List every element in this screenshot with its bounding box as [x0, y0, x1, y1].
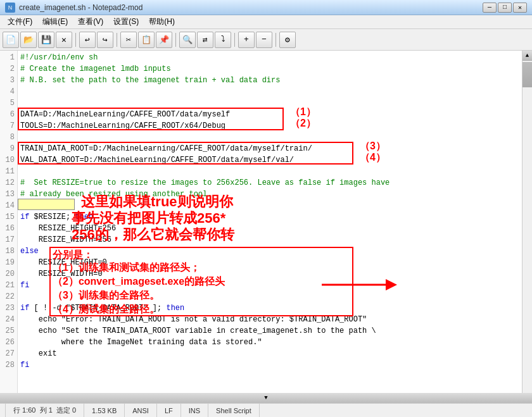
menu-file[interactable]: 文件(F): [3, 15, 37, 28]
code-line-20: RESIZE_WIDTH=0: [20, 268, 519, 280]
sep2: [117, 33, 117, 47]
menu-settings[interactable]: 设置(S): [108, 15, 144, 28]
undo-button[interactable]: ↩: [79, 32, 96, 48]
minimize-button[interactable]: —: [483, 3, 497, 13]
line-num-5: 5: [3, 97, 15, 109]
code-line-7: TOOLS=D:/MachineLearning/CAFFE_ROOT/x64/…: [20, 120, 519, 132]
line-num-16: 16: [3, 223, 15, 234]
code-line-1: #!/usr/bin/env sh: [20, 52, 519, 63]
title-bar: N create_imagenet.sh - Notepad2-mod — □ …: [0, 0, 532, 15]
line-numbers: 1 2 3 4 5 6 7 8 9 10 11 12 13 14 15 16 1…: [0, 51, 18, 403]
close-file-button[interactable]: ✕: [56, 32, 72, 48]
line-num-28: 28: [3, 359, 15, 371]
status-bar: 行 1:60 列 1 选定 0 1.53 KB ANSI LF INS Shel…: [0, 403, 532, 417]
status-file-type: Shell Script: [208, 404, 260, 417]
maximize-button[interactable]: □: [498, 3, 512, 13]
scroll-down-button[interactable]: ▼: [0, 393, 532, 403]
code-line-15: if $RESIZE; then: [20, 211, 519, 223]
code-line-28: fi: [20, 359, 519, 371]
line-num-13: 13: [3, 189, 15, 200]
line-num-7: 7: [3, 120, 15, 132]
code-line-14: RESIZE=false: [20, 200, 519, 211]
menu-view[interactable]: 查看(V): [73, 15, 108, 28]
toolbar: 📄 📂 💾 ✕ ↩ ↪ ✂ 📋 📌 🔍 ⇄ ⤵ + − ⚙: [0, 29, 532, 51]
sep5: [276, 33, 276, 47]
line-num-8: 8: [3, 132, 15, 143]
menu-help[interactable]: 帮助(H): [144, 15, 180, 28]
copy-button[interactable]: 📋: [138, 32, 155, 48]
code-editor[interactable]: #!/usr/bin/env sh # Create the imagenet …: [18, 51, 522, 403]
code-line-13: # already been resized using another too…: [20, 189, 519, 200]
code-line-12: # Set RESIZE=true to resize the images t…: [20, 177, 519, 189]
status-position: 行 1:60 列 1 选定 0: [5, 404, 84, 417]
line-num-14: 14: [3, 200, 15, 211]
line-num-2: 2: [3, 63, 15, 75]
code-line-19: RESIZE_HEIGHT=0: [20, 257, 519, 268]
line-num-23: 23: [3, 302, 15, 314]
line-num-22: 22: [3, 291, 15, 302]
line-num-4: 4: [3, 86, 15, 97]
editor-container: 1 2 3 4 5 6 7 8 9 10 11 12 13 14 15 16 1…: [0, 51, 532, 403]
sep1: [75, 33, 76, 47]
code-line-10: VAL_DATA_ROOT=D:/MachineLearning/CAFFE_R…: [20, 154, 519, 166]
code-line-25: echo "Set the TRAIN_DATA_ROOT variable i…: [20, 325, 519, 337]
zoom-out-button[interactable]: −: [256, 32, 272, 48]
code-line-24: echo "Error: TRAIN_DATA_ROOT is not a va…: [20, 314, 519, 325]
window-controls: — □ ✕: [483, 3, 527, 13]
code-line-27: exit: [20, 348, 519, 359]
menu-edit[interactable]: 编辑(E): [37, 15, 73, 28]
replace-button[interactable]: ⇄: [197, 32, 213, 48]
code-line-21: fi: [20, 280, 519, 291]
code-line-2: # Create the imagenet lmdb inputs: [20, 63, 519, 75]
new-button[interactable]: 📄: [3, 32, 19, 48]
line-num-20: 20: [3, 268, 15, 280]
line-num-3: 3: [3, 75, 15, 86]
close-button[interactable]: ✕: [513, 3, 527, 13]
scroll-up-button[interactable]: ▲: [522, 51, 532, 61]
line-num-26: 26: [3, 337, 15, 348]
line-num-1: 1: [3, 52, 15, 63]
code-line-16: RESIZE_HEIGHT=256: [20, 223, 519, 234]
code-line-8: [20, 132, 519, 143]
line-num-6: 6: [3, 109, 15, 120]
title-text: create_imagenet.sh - Notepad2-mod: [19, 3, 142, 12]
line-num-11: 11: [3, 166, 15, 177]
code-line-11: [20, 166, 519, 177]
menu-bar: 文件(F) 编辑(E) 查看(V) 设置(S) 帮助(H): [0, 15, 532, 29]
zoom-in-button[interactable]: +: [238, 32, 255, 48]
code-line-18: else: [20, 246, 519, 257]
code-line-4: [20, 86, 519, 97]
code-line-26: where the ImageNet training data is stor…: [20, 337, 519, 348]
find-button[interactable]: 🔍: [179, 32, 196, 48]
status-size: 1.53 KB: [84, 404, 125, 417]
line-num-21: 21: [3, 280, 15, 291]
line-num-18: 18: [3, 246, 15, 257]
redo-button[interactable]: ↪: [97, 32, 113, 48]
line-num-17: 17: [3, 234, 15, 246]
line-num-15: 15: [3, 211, 15, 223]
vertical-scrollbar[interactable]: ▲ ▼: [522, 51, 532, 403]
scroll-thumb[interactable]: [522, 62, 532, 87]
goto-button[interactable]: ⤵: [215, 32, 231, 48]
code-line-22: [20, 291, 519, 302]
line-num-10: 10: [3, 154, 15, 166]
line-num-19: 19: [3, 257, 15, 268]
status-mode: INS: [181, 404, 208, 417]
line-num-27: 27: [3, 348, 15, 359]
open-button[interactable]: 📂: [20, 32, 37, 48]
code-line-6: DATA=D:/MachineLearning/CAFFE_ROOT/data/…: [20, 109, 519, 120]
save-button[interactable]: 💾: [38, 32, 54, 48]
cut-button[interactable]: ✂: [120, 32, 137, 48]
code-line-23: if [ ! -d "$TRAIN_DATA_ROOT" ]; then: [20, 302, 519, 314]
sep3: [175, 33, 176, 47]
code-line-17: RESIZE_WIDTH=256: [20, 234, 519, 246]
code-line-5: [20, 97, 519, 109]
line-num-24: 24: [3, 314, 15, 325]
settings-button[interactable]: ⚙: [279, 32, 296, 48]
line-num-12: 12: [3, 177, 15, 189]
app-icon: N: [5, 3, 15, 13]
sep4: [234, 33, 235, 47]
line-num-25: 25: [3, 325, 15, 337]
paste-button[interactable]: 📌: [156, 32, 172, 48]
code-line-9: TRAIN_DATA_ROOT=D:/MachineLearning/CAFFE…: [20, 143, 519, 154]
